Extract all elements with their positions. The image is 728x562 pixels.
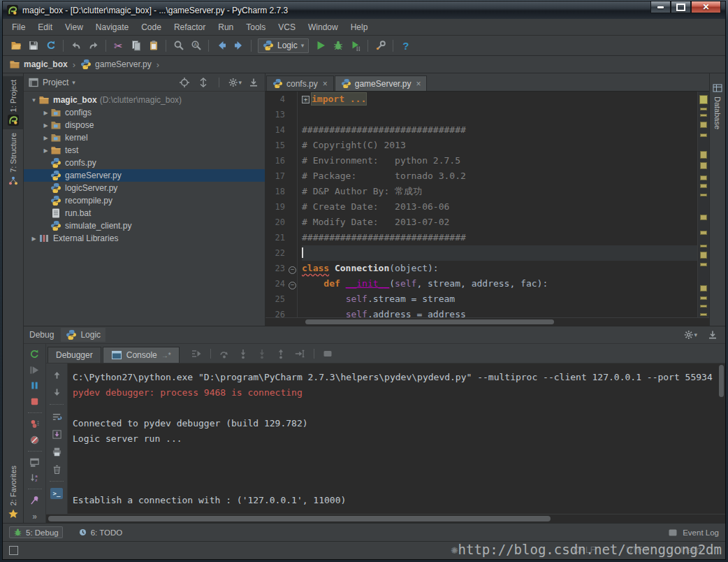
error-stripe[interactable]: [697, 92, 709, 317]
chevron-right-icon[interactable]: ▶: [41, 147, 50, 154]
rerun-icon[interactable]: [27, 347, 43, 361]
editor-tab-gameserver-py[interactable]: gameServer.py×: [335, 75, 428, 91]
tree-item-external-libraries[interactable]: ▶External Libraries: [24, 232, 265, 245]
paste-icon[interactable]: [145, 38, 162, 54]
debug-tab-console[interactable]: Console→*: [103, 347, 180, 363]
close-tab-icon[interactable]: ×: [416, 79, 421, 89]
line-number[interactable]: 18: [265, 187, 288, 196]
tree-item-magic-box[interactable]: ▼magic_box (D:\clutter\magic_box): [24, 94, 265, 106]
chevron-right-icon[interactable]: ▶: [29, 236, 38, 242]
sort-icon[interactable]: az: [27, 472, 43, 485]
stripe-tab-database[interactable]: Database: [710, 79, 725, 133]
tree-item-test[interactable]: ▶test: [24, 144, 265, 157]
menu-item-window[interactable]: Window: [302, 21, 344, 34]
menu-item-file[interactable]: File: [6, 21, 31, 34]
coverage-icon[interactable]: [347, 38, 364, 54]
tree-item-run-bat[interactable]: run.bat: [24, 207, 265, 219]
scroll-end-icon[interactable]: [49, 427, 64, 441]
menu-item-view[interactable]: View: [59, 21, 89, 34]
line-number[interactable]: 16: [265, 156, 288, 166]
menu-item-edit[interactable]: Edit: [31, 21, 59, 34]
settings-wrench-icon[interactable]: [372, 38, 389, 54]
show-execution-point-icon[interactable]: [188, 345, 205, 361]
split-icon[interactable]: [196, 74, 210, 90]
undo-icon[interactable]: [67, 38, 85, 54]
menu-item-refactor[interactable]: Refactor: [168, 21, 212, 34]
redo-icon[interactable]: [85, 38, 102, 54]
code-editor[interactable]: +import ...#############################…: [298, 92, 697, 317]
toolwindow-button-6-todo[interactable]: 6: TODO: [74, 526, 127, 538]
scrollbar-thumb[interactable]: [305, 319, 554, 324]
tree-item-confs-py[interactable]: confs.py: [24, 157, 265, 169]
warning-stripe-mark[interactable]: [700, 215, 707, 220]
stripe-tab-7-structure[interactable]: 7: Structure: [3, 129, 23, 190]
locate-icon[interactable]: [177, 74, 191, 90]
debug-config-tab[interactable]: Logic: [61, 328, 105, 342]
print-icon[interactable]: [49, 445, 64, 459]
run-icon[interactable]: [312, 38, 329, 54]
replace-icon[interactable]: A: [187, 38, 205, 54]
chevron-right-icon[interactable]: ▶: [41, 135, 50, 141]
softwrap-icon[interactable]: [49, 410, 64, 424]
editor-tab-confs-py[interactable]: confs.py×: [266, 75, 334, 91]
gear-icon[interactable]: ▾: [683, 327, 697, 343]
close-tab-icon[interactable]: ×: [323, 79, 328, 89]
breadcrumb-magic-box[interactable]: magic_box: [9, 59, 68, 70]
up-icon[interactable]: [49, 368, 64, 382]
warning-stripe-mark[interactable]: [700, 296, 707, 300]
line-number[interactable]: 20: [265, 217, 288, 227]
warning-stripe-mark[interactable]: [700, 313, 707, 316]
menu-item-navigate[interactable]: Navigate: [89, 21, 135, 34]
warning-stripe-mark[interactable]: [700, 252, 707, 259]
console-prompt-icon[interactable]: >_: [49, 487, 64, 500]
fold-collapse-icon[interactable]: −: [288, 264, 297, 274]
step-over-icon[interactable]: [216, 345, 233, 361]
clear-icon[interactable]: [49, 462, 64, 476]
maximize-button[interactable]: [671, 1, 691, 13]
debug-run-icon[interactable]: [329, 38, 347, 54]
view-breakpoints-icon[interactable]: [27, 417, 43, 431]
warning-stripe-mark[interactable]: [700, 151, 707, 159]
warning-stripe-mark[interactable]: [700, 134, 707, 137]
menu-item-code[interactable]: Code: [135, 21, 168, 34]
minimize-button[interactable]: [650, 1, 671, 13]
close-button[interactable]: ✕: [691, 1, 721, 13]
find-icon[interactable]: [170, 38, 187, 54]
force-step-into-icon[interactable]: [254, 345, 271, 361]
line-number[interactable]: 23: [265, 264, 288, 273]
resume-icon[interactable]: [27, 363, 43, 377]
warning-stripe-mark[interactable]: [700, 245, 707, 247]
run-configuration-selector[interactable]: Logic▾: [258, 38, 309, 53]
run-to-cursor-icon[interactable]: [291, 345, 309, 361]
tree-item-simulate-client-py[interactable]: simulate_client.py: [24, 219, 265, 232]
warning-stripe-mark[interactable]: [700, 263, 707, 266]
line-number[interactable]: 22: [265, 248, 288, 258]
warning-stripe-mark[interactable]: [700, 231, 707, 235]
line-number[interactable]: 25: [265, 294, 288, 304]
console-vertical-scrollbar[interactable]: [718, 363, 725, 514]
menu-item-tools[interactable]: Tools: [240, 21, 272, 34]
chevron-down-icon[interactable]: ▼: [29, 97, 38, 103]
down-icon[interactable]: [49, 385, 64, 399]
line-number[interactable]: 13: [265, 110, 288, 120]
scrollbar-thumb[interactable]: [48, 516, 551, 521]
save-icon[interactable]: [24, 38, 42, 54]
evaluate-icon[interactable]: [319, 345, 337, 361]
warning-stripe-mark[interactable]: [700, 122, 707, 128]
warning-stripe-mark[interactable]: [700, 162, 707, 169]
tree-item-kernel[interactable]: ▶kernel: [24, 131, 265, 144]
chevron-right-icon[interactable]: ▶: [41, 122, 50, 129]
tree-item-configs[interactable]: ▶configs: [24, 106, 265, 119]
menu-item-run[interactable]: Run: [212, 21, 240, 34]
restore-layout-icon[interactable]: [27, 456, 43, 469]
warning-stripe-mark[interactable]: [700, 285, 707, 291]
warning-stripe-mark[interactable]: [700, 194, 707, 196]
step-out-icon[interactable]: [272, 345, 290, 361]
debug-tab-debugger[interactable]: Debugger: [48, 347, 101, 363]
sync-icon[interactable]: [42, 38, 59, 54]
hide-icon[interactable]: [706, 327, 720, 343]
chevron-down-icon[interactable]: ▾: [72, 79, 75, 86]
line-number[interactable]: 21: [265, 233, 288, 243]
pause-icon[interactable]: [27, 380, 43, 393]
open-folder-icon[interactable]: [7, 38, 24, 54]
